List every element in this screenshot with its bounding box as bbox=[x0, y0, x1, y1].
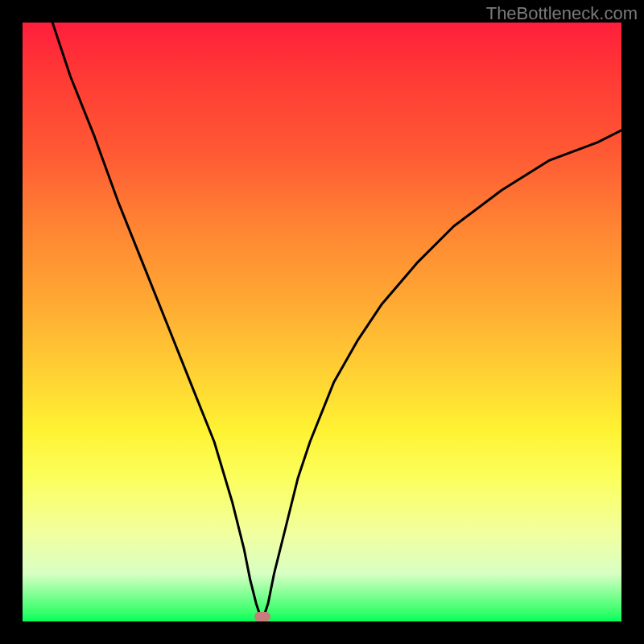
chart-plot-area bbox=[23, 23, 621, 621]
watermark-text: TheBottleneck.com bbox=[486, 3, 638, 24]
bottleneck-curve bbox=[23, 23, 621, 621]
minimum-marker bbox=[254, 612, 270, 621]
